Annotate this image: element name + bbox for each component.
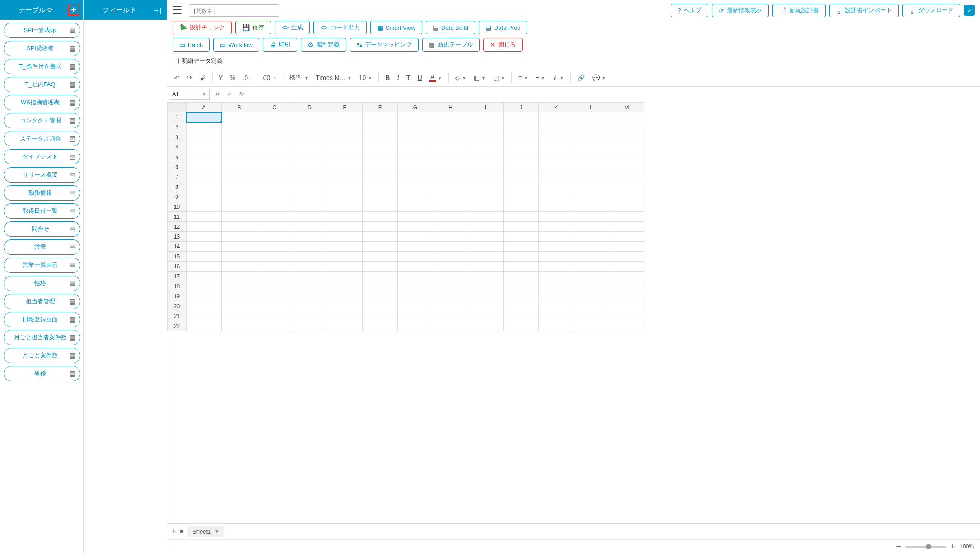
cell[interactable] xyxy=(257,112,292,122)
cell[interactable] xyxy=(433,262,468,272)
cell[interactable] xyxy=(187,182,222,192)
cell[interactable] xyxy=(574,311,609,321)
cell[interactable] xyxy=(539,162,574,172)
cell[interactable] xyxy=(504,202,539,212)
cell[interactable] xyxy=(539,182,574,192)
style-select[interactable]: 標準▼ xyxy=(287,72,311,84)
cell[interactable] xyxy=(609,162,644,172)
row-header[interactable]: 17 xyxy=(168,272,187,281)
cell[interactable] xyxy=(363,252,398,262)
cell[interactable] xyxy=(292,272,327,281)
cell[interactable] xyxy=(398,252,433,262)
cell[interactable] xyxy=(327,152,363,162)
cell[interactable] xyxy=(187,242,222,252)
cell[interactable] xyxy=(257,192,292,202)
percent-button[interactable]: % xyxy=(227,72,238,83)
column-header[interactable]: M xyxy=(609,103,644,112)
cell[interactable] xyxy=(398,182,433,192)
sidebar-item[interactable]: リリース概要▤ xyxy=(4,167,80,183)
cell[interactable] xyxy=(468,281,504,291)
zoom-out-button[interactable]: − xyxy=(896,542,901,551)
cell[interactable] xyxy=(609,152,644,162)
add-sheet-button[interactable]: + xyxy=(172,527,177,536)
cell[interactable] xyxy=(222,281,257,291)
column-header[interactable]: H xyxy=(433,103,468,112)
cell[interactable] xyxy=(327,132,363,142)
cell[interactable] xyxy=(292,291,327,301)
cell[interactable] xyxy=(574,192,609,202)
cell[interactable] xyxy=(609,262,644,272)
cell[interactable] xyxy=(292,321,327,331)
cell[interactable] xyxy=(574,142,609,152)
row-header[interactable]: 3 xyxy=(168,132,187,142)
cell[interactable] xyxy=(468,192,504,202)
border-button[interactable]: ▦▼ xyxy=(471,72,489,83)
cell[interactable] xyxy=(574,281,609,291)
cell[interactable] xyxy=(609,232,644,242)
cell[interactable] xyxy=(292,301,327,311)
refresh-info-button[interactable]: ⟳最新情報表示 xyxy=(712,4,769,17)
cell[interactable] xyxy=(504,212,539,222)
cell[interactable] xyxy=(609,311,644,321)
cell[interactable] xyxy=(433,142,468,152)
row-header[interactable]: 2 xyxy=(168,122,187,132)
cell[interactable] xyxy=(539,122,574,132)
cell[interactable] xyxy=(433,311,468,321)
row-header[interactable]: 6 xyxy=(168,162,187,172)
cell[interactable] xyxy=(468,262,504,272)
row-header[interactable]: 18 xyxy=(168,281,187,291)
cell[interactable] xyxy=(468,182,504,192)
cell[interactable] xyxy=(468,172,504,182)
cell[interactable] xyxy=(539,301,574,311)
italic-button[interactable]: I xyxy=(394,72,402,83)
cell[interactable] xyxy=(187,162,222,172)
cell[interactable] xyxy=(327,122,363,132)
cell[interactable] xyxy=(609,272,644,281)
cell[interactable] xyxy=(257,222,292,232)
cell[interactable] xyxy=(363,262,398,272)
new-table-button[interactable]: ▦新規テーブル xyxy=(422,38,480,52)
cell[interactable] xyxy=(504,172,539,182)
cell[interactable] xyxy=(187,311,222,321)
cell[interactable] xyxy=(363,281,398,291)
cell[interactable] xyxy=(609,132,644,142)
data-mapping-button[interactable]: ↹データマッピング xyxy=(350,38,419,52)
cell[interactable] xyxy=(504,301,539,311)
cell[interactable] xyxy=(504,242,539,252)
row-header[interactable]: 10 xyxy=(168,202,187,212)
align-v-button[interactable]: ÷▼ xyxy=(532,72,548,83)
spreadsheet-grid[interactable]: ABCDEFGHIJKLM123456789101112131415161718… xyxy=(167,102,980,523)
cell[interactable] xyxy=(222,182,257,192)
cell[interactable] xyxy=(433,152,468,162)
cell[interactable] xyxy=(292,142,327,152)
cell[interactable] xyxy=(468,321,504,331)
cell[interactable] xyxy=(187,152,222,162)
accept-formula-button[interactable]: ✓ xyxy=(225,91,234,98)
cell[interactable] xyxy=(257,202,292,212)
cell[interactable] xyxy=(222,192,257,202)
cell[interactable] xyxy=(222,112,257,122)
column-header[interactable]: F xyxy=(363,103,398,112)
sheet-tab[interactable]: Sheet1▼ xyxy=(187,526,224,537)
row-header[interactable]: 13 xyxy=(168,232,187,242)
cell[interactable] xyxy=(398,272,433,281)
status-indicator[interactable]: ✓ xyxy=(964,5,975,16)
cell[interactable] xyxy=(187,301,222,311)
cell[interactable] xyxy=(433,202,468,212)
cell[interactable] xyxy=(292,252,327,262)
cell[interactable] xyxy=(539,291,574,301)
cell[interactable] xyxy=(222,202,257,212)
cell[interactable] xyxy=(292,311,327,321)
cell[interactable] xyxy=(327,321,363,331)
sidebar-item[interactable]: 研修▤ xyxy=(4,366,80,381)
cell[interactable] xyxy=(539,172,574,182)
cell[interactable] xyxy=(504,262,539,272)
cell[interactable] xyxy=(504,272,539,281)
cell[interactable] xyxy=(398,321,433,331)
cell[interactable] xyxy=(433,132,468,142)
cell[interactable] xyxy=(504,321,539,331)
fill-color-button[interactable]: ◇▼ xyxy=(453,72,469,83)
cell[interactable] xyxy=(222,222,257,232)
cell[interactable] xyxy=(187,281,222,291)
sidebar-item[interactable]: 問合せ▤ xyxy=(4,221,80,237)
